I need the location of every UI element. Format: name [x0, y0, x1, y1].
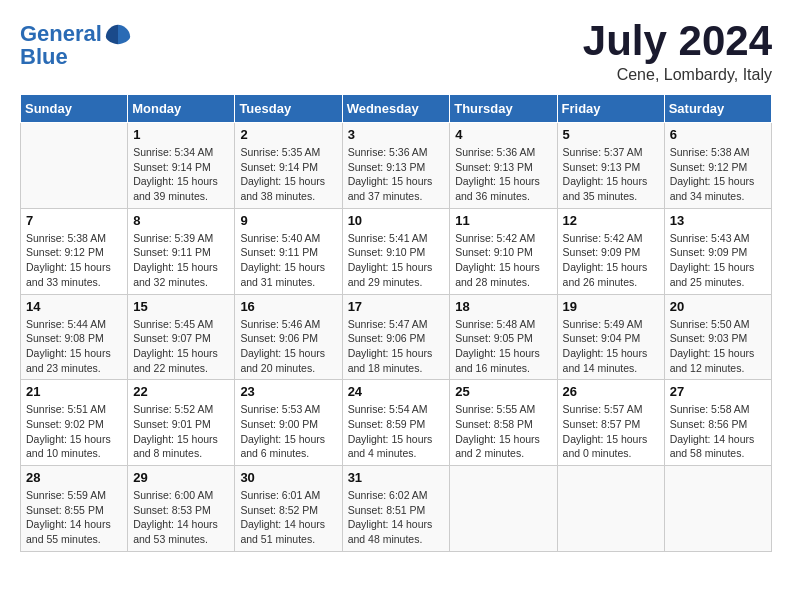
logo-blue: Blue: [20, 44, 68, 70]
day-number: 21: [26, 384, 122, 399]
day-number: 4: [455, 127, 551, 142]
day-info: Sunrise: 5:59 AM Sunset: 8:55 PM Dayligh…: [26, 488, 122, 547]
day-number: 29: [133, 470, 229, 485]
day-number: 8: [133, 213, 229, 228]
day-number: 6: [670, 127, 766, 142]
day-info: Sunrise: 5:49 AM Sunset: 9:04 PM Dayligh…: [563, 317, 659, 376]
day-cell: 11Sunrise: 5:42 AM Sunset: 9:10 PM Dayli…: [450, 208, 557, 294]
day-number: 30: [240, 470, 336, 485]
day-info: Sunrise: 5:40 AM Sunset: 9:11 PM Dayligh…: [240, 231, 336, 290]
logo: General Blue: [20, 20, 132, 70]
day-cell: 28Sunrise: 5:59 AM Sunset: 8:55 PM Dayli…: [21, 466, 128, 552]
day-info: Sunrise: 5:36 AM Sunset: 9:13 PM Dayligh…: [455, 145, 551, 204]
day-cell: 8Sunrise: 5:39 AM Sunset: 9:11 PM Daylig…: [128, 208, 235, 294]
day-cell: 30Sunrise: 6:01 AM Sunset: 8:52 PM Dayli…: [235, 466, 342, 552]
day-info: Sunrise: 5:47 AM Sunset: 9:06 PM Dayligh…: [348, 317, 445, 376]
day-info: Sunrise: 5:50 AM Sunset: 9:03 PM Dayligh…: [670, 317, 766, 376]
day-info: Sunrise: 5:51 AM Sunset: 9:02 PM Dayligh…: [26, 402, 122, 461]
day-cell: 9Sunrise: 5:40 AM Sunset: 9:11 PM Daylig…: [235, 208, 342, 294]
day-cell: 15Sunrise: 5:45 AM Sunset: 9:07 PM Dayli…: [128, 294, 235, 380]
day-cell: 13Sunrise: 5:43 AM Sunset: 9:09 PM Dayli…: [664, 208, 771, 294]
day-cell: 4Sunrise: 5:36 AM Sunset: 9:13 PM Daylig…: [450, 123, 557, 209]
day-number: 20: [670, 299, 766, 314]
day-cell: 19Sunrise: 5:49 AM Sunset: 9:04 PM Dayli…: [557, 294, 664, 380]
day-cell: [21, 123, 128, 209]
day-number: 15: [133, 299, 229, 314]
title-area: July 2024 Cene, Lombardy, Italy: [583, 20, 772, 84]
day-number: 16: [240, 299, 336, 314]
day-cell: 18Sunrise: 5:48 AM Sunset: 9:05 PM Dayli…: [450, 294, 557, 380]
day-number: 10: [348, 213, 445, 228]
day-number: 22: [133, 384, 229, 399]
day-info: Sunrise: 6:02 AM Sunset: 8:51 PM Dayligh…: [348, 488, 445, 547]
day-number: 23: [240, 384, 336, 399]
day-info: Sunrise: 5:38 AM Sunset: 9:12 PM Dayligh…: [26, 231, 122, 290]
day-number: 24: [348, 384, 445, 399]
day-info: Sunrise: 5:37 AM Sunset: 9:13 PM Dayligh…: [563, 145, 659, 204]
day-info: Sunrise: 5:48 AM Sunset: 9:05 PM Dayligh…: [455, 317, 551, 376]
col-header-friday: Friday: [557, 95, 664, 123]
day-info: Sunrise: 5:46 AM Sunset: 9:06 PM Dayligh…: [240, 317, 336, 376]
day-cell: 31Sunrise: 6:02 AM Sunset: 8:51 PM Dayli…: [342, 466, 450, 552]
day-number: 9: [240, 213, 336, 228]
col-header-sunday: Sunday: [21, 95, 128, 123]
col-header-wednesday: Wednesday: [342, 95, 450, 123]
day-info: Sunrise: 5:43 AM Sunset: 9:09 PM Dayligh…: [670, 231, 766, 290]
col-header-monday: Monday: [128, 95, 235, 123]
header-row: SundayMondayTuesdayWednesdayThursdayFrid…: [21, 95, 772, 123]
day-info: Sunrise: 5:54 AM Sunset: 8:59 PM Dayligh…: [348, 402, 445, 461]
day-info: Sunrise: 5:44 AM Sunset: 9:08 PM Dayligh…: [26, 317, 122, 376]
day-info: Sunrise: 5:41 AM Sunset: 9:10 PM Dayligh…: [348, 231, 445, 290]
day-cell: 26Sunrise: 5:57 AM Sunset: 8:57 PM Dayli…: [557, 380, 664, 466]
day-info: Sunrise: 5:36 AM Sunset: 9:13 PM Dayligh…: [348, 145, 445, 204]
day-info: Sunrise: 5:35 AM Sunset: 9:14 PM Dayligh…: [240, 145, 336, 204]
day-cell: 16Sunrise: 5:46 AM Sunset: 9:06 PM Dayli…: [235, 294, 342, 380]
month-title: July 2024: [583, 20, 772, 62]
day-cell: 17Sunrise: 5:47 AM Sunset: 9:06 PM Dayli…: [342, 294, 450, 380]
location: Cene, Lombardy, Italy: [583, 66, 772, 84]
day-cell: 22Sunrise: 5:52 AM Sunset: 9:01 PM Dayli…: [128, 380, 235, 466]
day-number: 14: [26, 299, 122, 314]
calendar-table: SundayMondayTuesdayWednesdayThursdayFrid…: [20, 94, 772, 552]
day-cell: [450, 466, 557, 552]
day-info: Sunrise: 5:57 AM Sunset: 8:57 PM Dayligh…: [563, 402, 659, 461]
day-number: 5: [563, 127, 659, 142]
day-cell: [557, 466, 664, 552]
day-cell: 21Sunrise: 5:51 AM Sunset: 9:02 PM Dayli…: [21, 380, 128, 466]
day-number: 19: [563, 299, 659, 314]
day-info: Sunrise: 5:42 AM Sunset: 9:10 PM Dayligh…: [455, 231, 551, 290]
day-info: Sunrise: 5:39 AM Sunset: 9:11 PM Dayligh…: [133, 231, 229, 290]
day-cell: [664, 466, 771, 552]
day-number: 25: [455, 384, 551, 399]
day-cell: 29Sunrise: 6:00 AM Sunset: 8:53 PM Dayli…: [128, 466, 235, 552]
week-row-4: 21Sunrise: 5:51 AM Sunset: 9:02 PM Dayli…: [21, 380, 772, 466]
day-cell: 5Sunrise: 5:37 AM Sunset: 9:13 PM Daylig…: [557, 123, 664, 209]
week-row-1: 1Sunrise: 5:34 AM Sunset: 9:14 PM Daylig…: [21, 123, 772, 209]
day-info: Sunrise: 6:00 AM Sunset: 8:53 PM Dayligh…: [133, 488, 229, 547]
day-cell: 24Sunrise: 5:54 AM Sunset: 8:59 PM Dayli…: [342, 380, 450, 466]
day-info: Sunrise: 5:34 AM Sunset: 9:14 PM Dayligh…: [133, 145, 229, 204]
header: General Blue July 2024 Cene, Lombardy, I…: [20, 20, 772, 84]
day-cell: 10Sunrise: 5:41 AM Sunset: 9:10 PM Dayli…: [342, 208, 450, 294]
day-number: 11: [455, 213, 551, 228]
day-cell: 6Sunrise: 5:38 AM Sunset: 9:12 PM Daylig…: [664, 123, 771, 209]
day-cell: 3Sunrise: 5:36 AM Sunset: 9:13 PM Daylig…: [342, 123, 450, 209]
day-number: 12: [563, 213, 659, 228]
day-number: 17: [348, 299, 445, 314]
day-info: Sunrise: 5:42 AM Sunset: 9:09 PM Dayligh…: [563, 231, 659, 290]
day-cell: 14Sunrise: 5:44 AM Sunset: 9:08 PM Dayli…: [21, 294, 128, 380]
day-number: 31: [348, 470, 445, 485]
week-row-5: 28Sunrise: 5:59 AM Sunset: 8:55 PM Dayli…: [21, 466, 772, 552]
day-info: Sunrise: 5:45 AM Sunset: 9:07 PM Dayligh…: [133, 317, 229, 376]
day-info: Sunrise: 5:58 AM Sunset: 8:56 PM Dayligh…: [670, 402, 766, 461]
day-cell: 7Sunrise: 5:38 AM Sunset: 9:12 PM Daylig…: [21, 208, 128, 294]
day-info: Sunrise: 5:53 AM Sunset: 9:00 PM Dayligh…: [240, 402, 336, 461]
day-number: 27: [670, 384, 766, 399]
day-number: 3: [348, 127, 445, 142]
day-cell: 27Sunrise: 5:58 AM Sunset: 8:56 PM Dayli…: [664, 380, 771, 466]
day-cell: 25Sunrise: 5:55 AM Sunset: 8:58 PM Dayli…: [450, 380, 557, 466]
day-info: Sunrise: 6:01 AM Sunset: 8:52 PM Dayligh…: [240, 488, 336, 547]
week-row-3: 14Sunrise: 5:44 AM Sunset: 9:08 PM Dayli…: [21, 294, 772, 380]
day-cell: 12Sunrise: 5:42 AM Sunset: 9:09 PM Dayli…: [557, 208, 664, 294]
day-cell: 1Sunrise: 5:34 AM Sunset: 9:14 PM Daylig…: [128, 123, 235, 209]
